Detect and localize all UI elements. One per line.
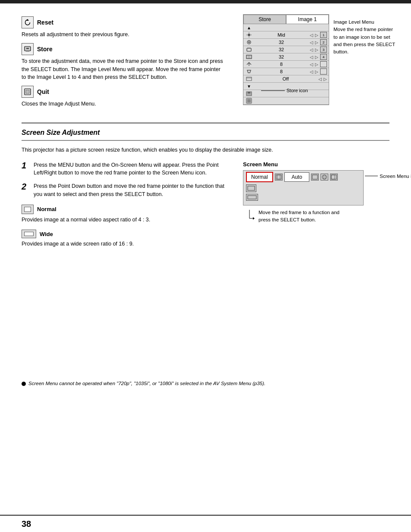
menu-tab-store: Store [243,15,286,24]
quit-label: Quit [37,88,49,95]
wide-icon [22,230,36,238]
screen-size-heading: Screen Size Adjustment [22,129,389,137]
image-level-diagram: Store Image 1 ▲ Mid ◁ ▷ [243,12,389,112]
svg-point-29 [324,175,325,179]
step-2-text: Press the Point Down button and move the… [34,182,226,199]
screen-move-annotation: Move the red frame to a function andpres… [243,209,364,224]
store-text: To store the adjustment data, move the r… [22,57,226,81]
svg-rect-4 [26,90,29,93]
svg-rect-12 [247,48,251,51]
screen-auto-btn: Auto [284,172,310,182]
image-level-annotation: Image Level MenuMove the red frame point… [333,19,405,56]
top-bar [0,0,411,3]
reset-label: Reset [37,19,53,26]
menu-quit-icon [243,97,329,105]
wide-feature: Wide [22,230,226,238]
svg-rect-24 [247,99,251,103]
wide-label: Wide [40,231,53,237]
svg-rect-27 [312,175,318,179]
section-divider [22,122,389,124]
normal-text: Provides image at a normal video aspect … [22,216,226,224]
note-text: Screen Menu cannot be operated when "720… [28,381,265,386]
menu-tab-image1: Image 1 [286,15,329,24]
normal-feature: Normal [22,205,226,214]
svg-rect-26 [277,175,280,179]
menu-row-5: 8 ◁ ▷ [243,61,329,68]
image-icon-2: 2 [320,39,327,45]
heading-underline [22,140,389,141]
intro-text: This projector has a picture screen resi… [22,146,389,154]
screen-menu-top-row: Normal Auto [243,171,363,184]
normal-icon [22,205,34,214]
reset-text: Resets all adjustment to their previous … [22,31,226,39]
image-icon-3: 3 [320,47,327,53]
bottom-section: Screen Menu cannot be operated when "720… [22,372,389,386]
svg-rect-25 [276,175,281,179]
menu-row-1: Mid ◁ ▷ 1 [243,31,329,39]
quit-text: Closes the Image Adjust Menu. [22,100,226,108]
screen-icon-c [321,174,328,180]
screen-sub-icon-2 [246,194,258,201]
menu-row-3: 32 ◁ ▷ 3 [243,46,329,53]
menu-row-4: 32 ◁ ▷ 4 [243,53,329,61]
svg-rect-22 [248,92,250,93]
step-2: 2 Press the Point Down button and move t… [22,182,226,199]
svg-rect-30 [331,175,336,179]
step-1-text: Press the MENU button and the On-Screen … [34,161,226,177]
page-number-bar: 38 [0,515,411,532]
menu-row-6: 8 ◁ ▷ [243,68,329,75]
svg-marker-36 [253,217,255,220]
screen-menu-icon-annotation: Screen Menu icon [365,174,411,179]
bottom-note: Screen Menu cannot be operated when "720… [22,372,389,386]
menu-blank-6 [320,68,327,75]
svg-point-5 [248,34,250,36]
reset-heading: Reset [22,16,226,28]
screen-icon-a [275,174,283,180]
svg-point-28 [322,175,327,179]
store-icon [22,43,34,55]
screen-menu-diagram: Screen Menu Normal Auto [243,161,389,252]
svg-rect-31 [331,175,335,179]
wide-text: Provides image at a wide screen ratio of… [22,240,226,248]
svg-rect-33 [248,196,256,199]
page-number: 38 [22,519,31,529]
screen-move-text: Move the red frame to a function andpres… [258,209,339,224]
store-label: Store [37,46,53,53]
image-icon-1: 1 [320,32,327,38]
svg-rect-32 [248,186,255,190]
screen-sub-icon-1 [246,184,256,192]
normal-label: Normal [37,206,56,212]
screen-normal-btn: Normal [246,172,273,182]
store-icon-annotation: Store icon [261,88,308,93]
image-icon-4: 4 [320,54,327,60]
store-heading: Store [22,43,226,55]
menu-row-2: 32 ◁ ▷ 2 [243,39,329,46]
menu-up-row: ▲ [243,24,329,31]
screen-menu-box: Normal Auto [243,170,364,205]
svg-point-11 [248,41,250,43]
step-1: 1 Press the MENU button and the On-Scree… [22,161,226,177]
screen-icon-b [311,174,319,180]
svg-rect-2 [26,51,29,52]
note-bullet [22,382,26,386]
svg-rect-15 [246,55,252,59]
menu-row-1-label: Mid [255,32,308,37]
svg-rect-19 [246,77,252,81]
menu-blank-5 [320,61,327,67]
quit-heading: Quit [22,86,226,98]
menu-row-7: Off ◁ ▷ [243,75,329,83]
reset-icon [22,16,34,28]
screen-menu-title: Screen Menu [243,161,389,168]
screen-icon-d [330,174,338,180]
quit-icon [22,86,34,98]
